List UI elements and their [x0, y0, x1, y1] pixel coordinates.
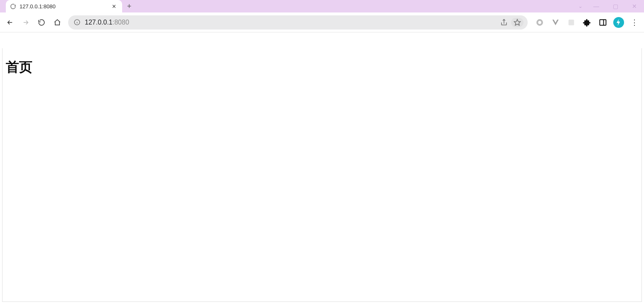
tab-search-button[interactable]: ⌄ — [574, 3, 587, 9]
url-host: 127.0.0.1 — [85, 19, 113, 26]
window-titlebar: 127.0.0.1:8080 ✕ + ⌄ — ▢ ✕ — [0, 0, 644, 12]
home-button[interactable] — [50, 16, 65, 29]
tab-close-button[interactable]: ✕ — [110, 2, 118, 10]
reload-button[interactable] — [34, 16, 49, 29]
extension-texture-icon[interactable] — [564, 16, 578, 29]
side-panel-icon[interactable] — [596, 16, 610, 29]
extensions-icon[interactable] — [580, 16, 594, 29]
active-tab[interactable]: 127.0.0.1:8080 ✕ — [6, 0, 122, 12]
window-minimize-button[interactable]: — — [587, 0, 606, 12]
browser-toolbar: 127.0.0.1:8080 — [0, 12, 644, 32]
site-info-icon[interactable] — [72, 18, 81, 27]
loading-spinner-icon — [10, 3, 16, 10]
address-bar[interactable]: 127.0.0.1:8080 — [68, 15, 528, 30]
svg-point-4 — [537, 20, 542, 25]
profile-avatar[interactable] — [612, 16, 626, 29]
back-button[interactable] — [2, 16, 17, 29]
page-heading: 首页 — [6, 58, 32, 77]
omnibox-actions — [499, 17, 524, 28]
browser-menu-button[interactable]: ⋮ — [627, 16, 642, 29]
new-tab-button[interactable]: + — [122, 0, 136, 12]
page-viewport: 首页 — [2, 48, 642, 302]
window-close-button[interactable]: ✕ — [625, 0, 644, 12]
extension-circle-icon[interactable] — [533, 16, 547, 29]
extension-vue-icon[interactable] — [548, 16, 563, 29]
page-content: 首页 — [2, 48, 36, 87]
url-port: :8080 — [113, 19, 129, 26]
svg-rect-6 — [568, 20, 574, 25]
svg-rect-7 — [600, 20, 606, 25]
tab-title: 127.0.0.1:8080 — [20, 3, 106, 10]
window-maximize-button[interactable]: ▢ — [606, 0, 625, 12]
share-icon[interactable] — [499, 17, 509, 28]
tab-strip: 127.0.0.1:8080 ✕ + — [0, 0, 136, 12]
bookmark-star-icon[interactable] — [511, 18, 524, 27]
window-controls: ⌄ — ▢ ✕ — [574, 0, 644, 12]
forward-button[interactable] — [18, 16, 33, 29]
url-text[interactable]: 127.0.0.1:8080 — [85, 19, 495, 26]
avatar-icon — [613, 17, 624, 28]
svg-marker-3 — [514, 19, 521, 25]
svg-marker-5 — [553, 20, 559, 25]
extensions-area: ⋮ — [531, 16, 642, 29]
